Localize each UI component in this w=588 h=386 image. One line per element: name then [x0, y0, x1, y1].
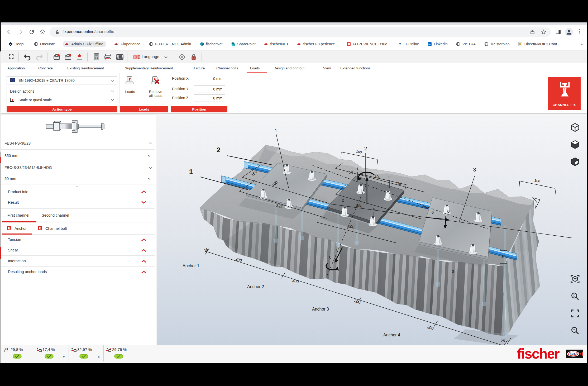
svg-text:6: 6	[432, 210, 434, 215]
svg-text:0: 0	[447, 209, 450, 213]
svg-text:Anchor 2: Anchor 2	[247, 284, 264, 289]
svg-text:2: 2	[217, 146, 220, 154]
svg-text:Anchor 4: Anchor 4	[383, 333, 400, 337]
svg-text:3: 3	[473, 167, 476, 173]
svg-text:0,5: 0,5	[349, 171, 353, 174]
svg-text:38: 38	[501, 254, 506, 259]
svg-text:8,5: 8,5	[344, 183, 348, 187]
svg-text:1: 1	[189, 168, 193, 176]
svg-text:0: 0	[452, 269, 454, 274]
svg-text:Anchor 1: Anchor 1	[183, 264, 199, 268]
svg-text:fischer: fischer	[570, 352, 578, 355]
svg-text:3: 3	[388, 175, 390, 179]
svg-text:t.: t.	[399, 42, 402, 46]
svg-text:25: 25	[501, 339, 505, 343]
svg-text:0: 0	[329, 255, 331, 259]
svg-text:1: 1	[356, 167, 358, 171]
svg-text:50: 50	[397, 181, 401, 186]
svg-text:1: 1	[275, 128, 277, 133]
svg-text:4: 4	[373, 207, 375, 211]
svg-text:in: in	[428, 43, 431, 46]
svg-text:Anchor 3: Anchor 3	[312, 307, 329, 311]
svg-text:2: 2	[364, 146, 367, 151]
svg-text:2: 2	[342, 198, 344, 202]
svg-text:7,5: 7,5	[335, 248, 341, 252]
